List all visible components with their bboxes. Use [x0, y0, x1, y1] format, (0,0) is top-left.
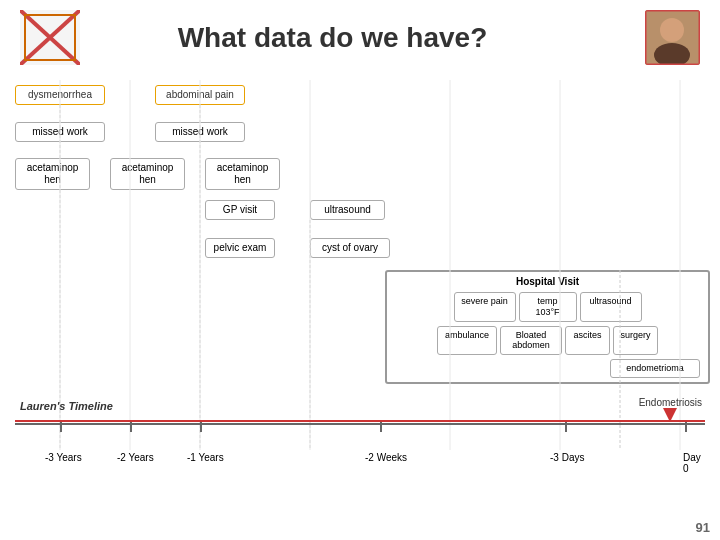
lauren-timeline-label: Lauren's Timeline [20, 400, 113, 412]
ambulance-box: ambulance [437, 326, 497, 356]
header: What data do we have? [0, 0, 720, 70]
hospital-visit-label: Hospital Visit [391, 276, 704, 287]
surgery-box: surgery [613, 326, 658, 356]
tick-5 [565, 422, 567, 432]
page-title: What data do we have? [20, 22, 645, 54]
temp-box: temp 103°F [519, 292, 577, 322]
timeline-line [15, 423, 705, 425]
missed-work-2-box: missed work [155, 122, 245, 142]
page-number: 91 [696, 520, 710, 535]
endometrioma-box: endometrioma [610, 359, 700, 378]
time-label-minus2weeks: -2 Weeks [365, 452, 407, 463]
ultrasound-2-box: ultrasound [580, 292, 642, 322]
timeline-area: dysmenorrhea abdominal pain missed work … [0, 70, 720, 500]
tick-6 [685, 422, 687, 432]
time-label-minus3days: -3 Days [550, 452, 584, 463]
time-label-minus2years: -2 Years [117, 452, 154, 463]
avatar [645, 10, 700, 65]
gp-visit-box: GP visit [205, 200, 275, 220]
acetaminophen-3-box: acetaminop hen [205, 158, 280, 190]
tick-4 [380, 422, 382, 432]
severe-pain-box: severe pain [454, 292, 516, 322]
tick-3 [200, 422, 202, 432]
time-label-day0: Day 0 [683, 452, 705, 474]
time-label-minus3years: -3 Years [45, 452, 82, 463]
missed-work-1-box: missed work [15, 122, 105, 142]
tick-1 [60, 422, 62, 432]
bloated-abdomen-box: Bloated abdomen [500, 326, 562, 356]
time-label-minus1years: -1 Years [187, 452, 224, 463]
tick-2 [130, 422, 132, 432]
ascites-box: ascites [565, 326, 610, 356]
acetaminophen-1-box: acetaminop hen [15, 158, 90, 190]
pelvic-exam-box: pelvic exam [205, 238, 275, 258]
endometriosis-label: Endometriosis [639, 397, 702, 422]
acetaminophen-2-box: acetaminop hen [110, 158, 185, 190]
dysmenorrhea-box: dysmenorrhea [15, 85, 105, 105]
ultrasound-1-box: ultrasound [310, 200, 385, 220]
cyst-of-ovary-box: cyst of ovary [310, 238, 390, 258]
endometriosis-arrow-icon [663, 408, 677, 422]
svg-marker-19 [663, 408, 677, 422]
hospital-visit-container: Hospital Visit severe pain temp 103°F ul… [385, 270, 710, 384]
svg-point-5 [660, 18, 684, 42]
abdominal-pain-box: abdominal pain [155, 85, 245, 105]
timeline-red-line [15, 420, 705, 422]
